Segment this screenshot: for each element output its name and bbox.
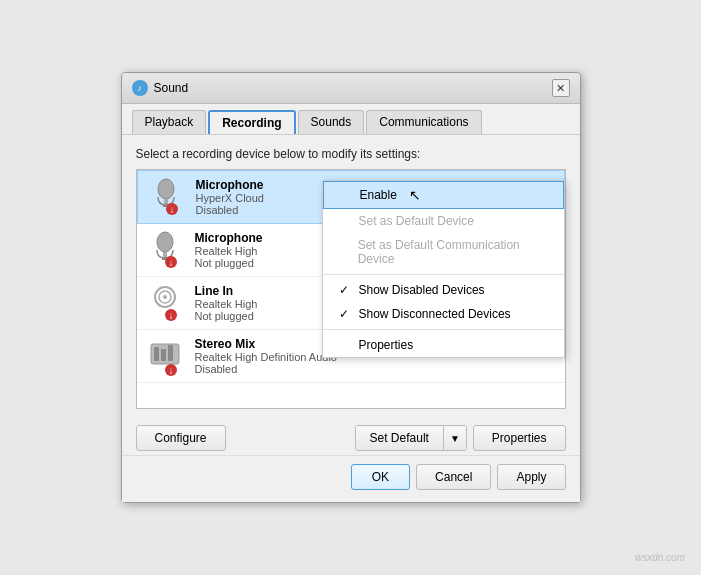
- title-bar-left: ♪ Sound: [132, 80, 189, 96]
- svg-text:↓: ↓: [169, 204, 174, 215]
- enable-label: Enable: [360, 188, 397, 202]
- configure-button[interactable]: Configure: [136, 425, 226, 451]
- set-default-split: Set Default ▼: [355, 425, 467, 451]
- svg-point-0: [158, 179, 174, 199]
- tabs-row: Playback Recording Sounds Communications: [122, 104, 580, 135]
- instruction-text: Select a recording device below to modif…: [136, 147, 566, 161]
- svg-rect-16: [154, 347, 159, 361]
- show-disabled-label: Show Disabled Devices: [359, 283, 485, 297]
- device-status: Disabled: [195, 363, 557, 375]
- device-icon-stereomix: ↓: [145, 336, 185, 376]
- svg-text:↓: ↓: [168, 365, 173, 376]
- sound-icon: ♪: [132, 80, 148, 96]
- tab-playback[interactable]: Playback: [132, 110, 207, 134]
- svg-point-5: [157, 232, 173, 252]
- device-icon-mic-realtek: ↓: [145, 230, 185, 270]
- tab-recording[interactable]: Recording: [208, 110, 295, 134]
- ctx-set-default-comm[interactable]: Set as Default Communication Device: [323, 233, 564, 271]
- device-icon-mic-hyperx: ↓: [146, 177, 186, 217]
- ctx-set-default[interactable]: Set as Default Device: [323, 209, 564, 233]
- set-default-check: [339, 214, 353, 228]
- title-bar: ♪ Sound ✕: [122, 73, 580, 104]
- set-default-comm-label: Set as Default Communication Device: [358, 238, 548, 266]
- properties-check: [339, 338, 353, 352]
- ctx-enable[interactable]: Enable ↖: [323, 181, 564, 209]
- context-menu: Enable ↖ Set as Default Device Set as De…: [322, 180, 565, 358]
- tab-communications[interactable]: Communications: [366, 110, 481, 134]
- ok-button[interactable]: OK: [351, 464, 410, 490]
- show-disconnected-label: Show Disconnected Devices: [359, 307, 511, 321]
- ctx-show-disabled[interactable]: ✓ Show Disabled Devices: [323, 278, 564, 302]
- enable-check: [340, 188, 354, 202]
- cancel-button[interactable]: Cancel: [416, 464, 491, 490]
- device-icon-linein: ↓: [145, 283, 185, 323]
- sound-dialog: ♪ Sound ✕ Playback Recording Sounds Comm…: [121, 72, 581, 503]
- ctx-properties[interactable]: Properties: [323, 333, 564, 357]
- ctx-separator-1: [323, 274, 564, 275]
- svg-text:↓: ↓: [168, 257, 173, 268]
- apply-button[interactable]: Apply: [497, 464, 565, 490]
- ctx-show-disconnected[interactable]: ✓ Show Disconnected Devices: [323, 302, 564, 326]
- tab-sounds[interactable]: Sounds: [298, 110, 365, 134]
- set-default-label: Set as Default Device: [359, 214, 474, 228]
- svg-text:↓: ↓: [168, 310, 173, 321]
- window-title: Sound: [154, 81, 189, 95]
- cursor-icon: ↖: [409, 187, 421, 203]
- close-button[interactable]: ✕: [552, 79, 570, 97]
- set-default-comm-check: [339, 245, 352, 259]
- svg-point-12: [163, 295, 167, 299]
- properties-label: Properties: [359, 338, 414, 352]
- content-area: Select a recording device below to modif…: [122, 135, 580, 421]
- set-default-button[interactable]: Set Default: [356, 426, 444, 450]
- show-disabled-check: ✓: [339, 283, 353, 297]
- ctx-separator-2: [323, 329, 564, 330]
- svg-rect-17: [161, 349, 166, 361]
- properties-button[interactable]: Properties: [473, 425, 566, 451]
- set-default-arrow[interactable]: ▼: [444, 426, 466, 450]
- svg-rect-18: [168, 345, 173, 361]
- watermark: wsxdn.com: [635, 552, 685, 563]
- svg-rect-1: [164, 199, 168, 205]
- device-list: ↓ Microphone HyperX Cloud Disabled: [136, 169, 566, 409]
- show-disconnected-check: ✓: [339, 307, 353, 321]
- svg-rect-6: [163, 252, 167, 258]
